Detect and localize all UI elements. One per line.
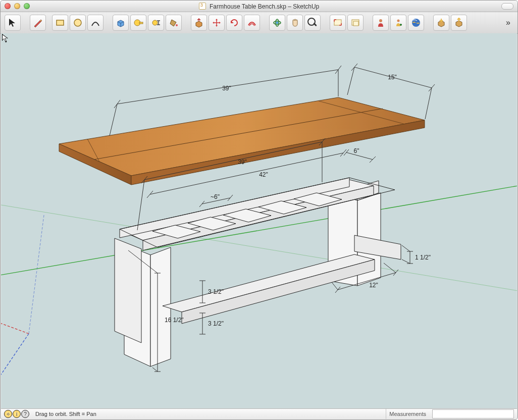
push-pull-tool[interactable] <box>191 15 207 31</box>
dim-top-width-label: 15" <box>388 74 397 81</box>
svg-point-12 <box>379 19 382 22</box>
dimension-tool[interactable] <box>148 15 164 31</box>
share-model-tool[interactable] <box>451 15 467 31</box>
svg-text:1 1/2": 1 1/2" <box>415 254 431 261</box>
main-toolbar: » <box>1 12 517 34</box>
component-icon <box>116 18 126 28</box>
paint-bucket-tool[interactable] <box>166 15 182 31</box>
zoom-extents-tool[interactable] <box>330 15 346 31</box>
svg-point-8 <box>276 22 279 24</box>
dim-frame-end: 6" <box>344 147 376 163</box>
push-pull-icon <box>194 18 204 28</box>
arc-icon <box>90 18 100 28</box>
dim-brace: 1 1/2" <box>402 245 431 264</box>
svg-line-15 <box>1 334 29 397</box>
svg-text:3 1/2": 3 1/2" <box>208 320 224 327</box>
svg-line-40 <box>402 259 410 264</box>
model-viewport[interactable]: 39" 15" <box>1 33 517 408</box>
svg-text:3 1/2": 3 1/2" <box>208 288 224 295</box>
measurements-label: Measurements <box>386 409 429 419</box>
svg-point-5 <box>176 24 178 26</box>
arc-tool[interactable] <box>87 15 103 31</box>
download-box-icon <box>436 18 446 28</box>
move-icon <box>212 18 222 28</box>
person-icon <box>376 18 386 28</box>
paint-bucket-icon <box>169 18 179 28</box>
add-location-tool[interactable] <box>390 15 406 31</box>
title-pill-icon[interactable] <box>501 3 513 10</box>
svg-line-39 <box>402 245 410 251</box>
hint-bulb-icon[interactable]: ✧ <box>4 410 12 418</box>
svg-text:6": 6" <box>354 147 359 154</box>
rectangle-tool[interactable] <box>52 15 68 31</box>
status-bar: ✧ i ? Drag to orbit. Shift = Pan Measure… <box>1 408 517 419</box>
offset-icon <box>247 18 257 28</box>
svg-line-16 <box>29 215 44 334</box>
dimension-icon <box>151 18 161 28</box>
svg-line-22 <box>347 67 354 95</box>
select-tool[interactable] <box>5 15 21 31</box>
rotate-icon <box>229 18 239 28</box>
previous-view-icon <box>350 18 360 28</box>
title-appname: SketchUp <box>293 3 319 10</box>
get-models-tool[interactable] <box>433 15 449 31</box>
svg-rect-3 <box>139 22 143 24</box>
pencil-icon <box>33 18 43 28</box>
circle-icon <box>73 18 83 28</box>
svg-line-37 <box>384 263 396 273</box>
window-title: Farmhouse Table Bench.skp – SketchUp <box>1 3 517 10</box>
make-component-tool[interactable] <box>113 15 129 31</box>
tape-measure-tool[interactable] <box>130 15 146 31</box>
cursor-icon <box>8 18 18 28</box>
previous-view-tool[interactable] <box>347 15 364 31</box>
pan-tool[interactable] <box>287 15 303 31</box>
sketchup-file-icon <box>199 3 206 10</box>
orbit-tool[interactable] <box>269 15 285 31</box>
move-tool[interactable] <box>209 15 225 31</box>
tabletop <box>59 97 425 185</box>
offset-tool[interactable] <box>244 15 260 31</box>
upload-box-icon <box>454 18 464 28</box>
svg-text:~6": ~6" <box>211 193 220 200</box>
circle-tool[interactable] <box>70 15 86 31</box>
status-hint: Drag to orbit. Shift = Pan <box>32 411 386 417</box>
svg-line-32 <box>152 368 158 372</box>
measurements-input[interactable] <box>432 409 514 418</box>
svg-line-20 <box>110 104 117 136</box>
svg-line-36 <box>332 282 338 290</box>
add-person-tool[interactable] <box>373 15 389 31</box>
svg-point-13 <box>397 20 400 22</box>
svg-rect-0 <box>57 20 64 25</box>
hint-help-icon[interactable]: ? <box>21 410 29 418</box>
scene-svg: 39" 15" <box>1 33 517 408</box>
svg-line-23 <box>425 88 432 119</box>
google-earth-tool[interactable] <box>408 15 424 31</box>
svg-line-17 <box>1 316 29 334</box>
status-icons: ✧ i ? <box>4 410 29 418</box>
orbit-icon <box>272 18 282 28</box>
svg-point-1 <box>74 19 81 26</box>
title-bar: Farmhouse Table Bench.skp – SketchUp <box>1 1 517 12</box>
zoom-tool[interactable] <box>304 15 321 31</box>
svg-point-4 <box>152 20 158 25</box>
rectangle-icon <box>55 18 65 28</box>
line-tool[interactable] <box>30 15 46 31</box>
svg-rect-9 <box>334 20 341 25</box>
dim-top-length-label: 39" <box>222 85 231 92</box>
svg-rect-11 <box>353 21 358 26</box>
svg-line-25 <box>137 180 144 230</box>
svg-text:12": 12" <box>369 282 378 289</box>
hint-info-icon[interactable]: i <box>13 410 21 418</box>
svg-text:39": 39" <box>238 159 247 166</box>
hand-icon <box>290 18 300 28</box>
rotate-tool[interactable] <box>226 15 242 31</box>
tape-measure-icon <box>133 18 143 28</box>
magnifier-icon <box>307 18 318 28</box>
globe-icon <box>411 18 421 28</box>
svg-text:42": 42" <box>259 171 268 178</box>
toolbar-overflow[interactable]: » <box>503 18 513 27</box>
app-window: Farmhouse Table Bench.skp – SketchUp <box>0 0 518 420</box>
svg-text:16 1/2": 16 1/2" <box>165 317 184 324</box>
title-filename: Farmhouse Table Bench.skp <box>210 3 286 10</box>
location-icon <box>393 18 403 28</box>
